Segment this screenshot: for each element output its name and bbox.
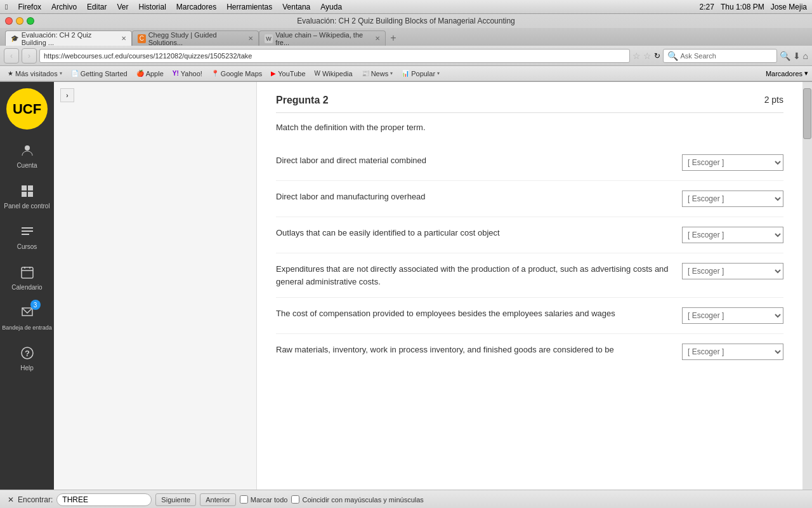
new-tab-button[interactable]: + bbox=[386, 30, 401, 46]
menu-editar[interactable]: Editar bbox=[87, 3, 107, 11]
mas-visitados-icon: ★ bbox=[8, 70, 13, 77]
menu-ayuda[interactable]: Ayuda bbox=[320, 3, 342, 11]
collapse-icon: › bbox=[66, 92, 68, 99]
bookmark-popular-label: Popular bbox=[411, 70, 435, 77]
find-prev-button[interactable]: Anterior bbox=[200, 493, 236, 506]
sidebar-item-calendario[interactable]: Calendario bbox=[0, 257, 54, 297]
bookmark-youtube-label: YouTube bbox=[278, 70, 305, 77]
popular-arrow: ▾ bbox=[437, 70, 440, 76]
close-button[interactable] bbox=[5, 17, 13, 25]
bookmark-getting-started[interactable]: 📄 Getting Started bbox=[67, 69, 131, 79]
match-select-5[interactable]: [ Escoger ] bbox=[682, 344, 783, 360]
bookmark-yahoo[interactable]: Y! Yahoo! bbox=[169, 69, 206, 79]
menu-ventana[interactable]: Ventana bbox=[282, 3, 310, 11]
match-case-checkbox[interactable] bbox=[291, 495, 299, 504]
mark-all-label: Marcar todo bbox=[240, 495, 288, 504]
sidebar-calendario-label: Calendario bbox=[11, 284, 42, 291]
menu-marcadores[interactable]: Marcadores bbox=[176, 3, 216, 11]
match-text-3: Expenditures that are not directly assoc… bbox=[276, 263, 669, 288]
svg-rect-7 bbox=[22, 234, 29, 235]
minimize-button[interactable] bbox=[16, 17, 23, 25]
question-header: Pregunta 2 2 pts bbox=[276, 95, 783, 113]
scrollbar-thumb[interactable] bbox=[803, 88, 811, 139]
bookmark-star-button[interactable]: ☆ bbox=[632, 51, 641, 61]
match-select-1[interactable]: [ Escoger ] bbox=[682, 190, 783, 207]
match-row-1: Direct labor and manufacturing overhead … bbox=[276, 181, 783, 217]
url-bar[interactable]: https://webcourses.ucf.edu/courses/12120… bbox=[39, 49, 630, 63]
ask-search-bar[interactable]: 🔍 Ask Search bbox=[663, 49, 777, 63]
menu-historial[interactable]: Historial bbox=[138, 3, 166, 11]
mark-all-checkbox[interactable] bbox=[240, 495, 248, 504]
tab-2[interactable]: W Value chain – Wikipedia, the fre... ✕ bbox=[259, 30, 386, 46]
match-case-text: Coincidir con mayúsculas y minúsculas bbox=[302, 496, 423, 504]
menu-herramientas[interactable]: Herramientas bbox=[226, 3, 272, 11]
apple-icon: 🍎 bbox=[136, 70, 144, 77]
svg-text:?: ? bbox=[25, 349, 30, 358]
svg-rect-2 bbox=[28, 185, 33, 190]
tab-close-1[interactable]: ✕ bbox=[248, 35, 253, 42]
scrollbar[interactable] bbox=[802, 82, 812, 490]
bookmark-mas-visitados[interactable]: ★ Más visitados ▾ bbox=[4, 69, 66, 79]
find-label: Encontrar: bbox=[18, 495, 53, 504]
bookmark-youtube[interactable]: ▶ YouTube bbox=[267, 69, 309, 79]
marcadores-label: Marcadores bbox=[766, 70, 802, 77]
maximize-button[interactable] bbox=[27, 17, 34, 25]
menu-archivo[interactable]: Archivo bbox=[51, 3, 77, 11]
match-select-3[interactable]: [ Escoger ] bbox=[682, 263, 783, 279]
yahoo-icon: Y! bbox=[173, 70, 179, 77]
match-text-0: Direct labor and direct material combine… bbox=[276, 154, 669, 167]
marcadores-arrow: ▾ bbox=[804, 69, 808, 77]
tab-1[interactable]: C Chegg Study | Guided Solutions... ✕ bbox=[132, 30, 259, 46]
bookmark-popular[interactable]: 📊 Popular ▾ bbox=[398, 69, 443, 79]
sidebar-cuenta-label: Cuenta bbox=[16, 162, 37, 169]
find-input[interactable] bbox=[56, 493, 152, 506]
sidebar-item-help[interactable]: ? Help bbox=[0, 337, 54, 378]
home-button[interactable]: ⌂ bbox=[803, 51, 808, 61]
apple-menu[interactable]:  bbox=[5, 3, 8, 11]
bookmark-news-label: News bbox=[371, 70, 389, 77]
tab-favicon-1: C bbox=[138, 34, 146, 43]
question-title: Pregunta 2 bbox=[276, 95, 329, 106]
forward-button[interactable]: › bbox=[22, 48, 37, 64]
download-button[interactable]: ⬇ bbox=[793, 51, 801, 61]
tab-label-0: Evaluación: CH 2 Quiz Building ... bbox=[22, 31, 116, 46]
reload-button[interactable]: ↻ bbox=[654, 51, 660, 60]
find-close-button[interactable]: ✕ bbox=[8, 495, 14, 504]
bookmark-google-maps[interactable]: 📍 Google Maps bbox=[207, 69, 266, 79]
sidebar: UCF Cuenta Panel de control bbox=[0, 82, 54, 490]
tab-0[interactable]: 🎓 Evaluación: CH 2 Quiz Building ... ✕ bbox=[5, 30, 132, 46]
find-bar: ✕ Encontrar: Siguiente Anterior Marcar t… bbox=[0, 490, 812, 508]
bookmark-wikipedia-label: Wikipedia bbox=[322, 70, 353, 77]
tab-label-1: Chegg Study | Guided Solutions... bbox=[148, 31, 243, 46]
menu-ver[interactable]: Ver bbox=[117, 3, 128, 11]
back-button[interactable]: ‹ bbox=[4, 48, 19, 64]
sidebar-item-panel[interactable]: Panel de control bbox=[0, 175, 54, 216]
sidebar-cursos-wrapper: Cursos bbox=[0, 216, 54, 257]
find-next-button[interactable]: Siguiente bbox=[155, 493, 196, 506]
svg-rect-5 bbox=[22, 227, 33, 229]
question-points: 2 pts bbox=[764, 95, 783, 105]
bandeja-badge: 3 bbox=[30, 300, 41, 310]
collapse-panel-button[interactable]: › bbox=[60, 88, 74, 102]
tab-close-2[interactable]: ✕ bbox=[375, 35, 380, 42]
tab-label-2: Value chain – Wikipedia, the fre... bbox=[275, 31, 370, 46]
search-go-button[interactable]: 🔍 bbox=[780, 51, 790, 61]
tab-close-0[interactable]: ✕ bbox=[121, 35, 126, 42]
match-select-0[interactable]: [ Escoger ] bbox=[682, 154, 783, 171]
star2-button[interactable]: ☆ bbox=[643, 51, 652, 61]
match-select-2[interactable]: [ Escoger ] bbox=[682, 227, 783, 243]
bookmarks-right[interactable]: Marcadores ▾ bbox=[766, 69, 808, 77]
news-icon: 📰 bbox=[362, 70, 369, 77]
popular-icon: 📊 bbox=[402, 70, 409, 77]
sidebar-item-cursos[interactable]: Cursos bbox=[0, 216, 54, 257]
left-panel: › bbox=[54, 82, 257, 490]
tab-bar: 🎓 Evaluación: CH 2 Quiz Building ... ✕ C… bbox=[0, 28, 812, 46]
bookmark-wikipedia[interactable]: W Wikipedia bbox=[311, 69, 357, 79]
mas-visitados-arrow: ▾ bbox=[60, 70, 62, 76]
menu-firefox[interactable]: Firefox bbox=[18, 3, 41, 11]
bookmark-apple[interactable]: 🍎 Apple bbox=[133, 69, 167, 79]
sidebar-item-bandeja[interactable]: 3 Bandeja de entrada bbox=[0, 297, 54, 337]
match-select-4[interactable]: [ Escoger ] bbox=[682, 307, 783, 324]
bookmark-news[interactable]: 📰 News ▾ bbox=[358, 69, 397, 79]
sidebar-item-cuenta[interactable]: Cuenta bbox=[0, 135, 54, 175]
